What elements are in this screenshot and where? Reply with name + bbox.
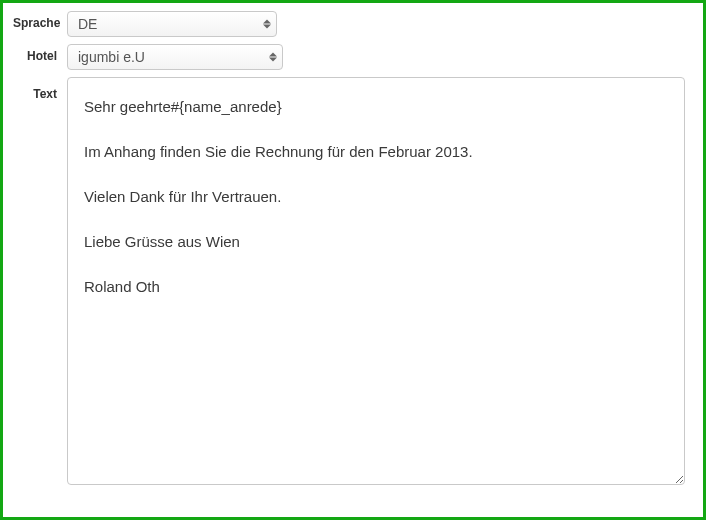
row-hotel: Hotel igumbi e.U xyxy=(13,44,693,70)
label-text: Text xyxy=(13,77,67,101)
form-panel: Sprache DE Hotel igumbi e.U Text Sehr ge… xyxy=(0,0,706,520)
sprache-select[interactable]: DE xyxy=(67,11,277,37)
text-textarea[interactable]: Sehr geehrte#{name_anrede} Im Anhang fin… xyxy=(67,77,685,485)
select-wrap-sprache: DE xyxy=(67,11,277,37)
row-text: Text Sehr geehrte#{name_anrede} Im Anhan… xyxy=(13,77,693,485)
select-wrap-hotel: igumbi e.U xyxy=(67,44,283,70)
label-sprache: Sprache xyxy=(13,11,67,30)
row-sprache: Sprache DE xyxy=(13,11,693,37)
hotel-select[interactable]: igumbi e.U xyxy=(67,44,283,70)
label-hotel: Hotel xyxy=(13,44,67,63)
